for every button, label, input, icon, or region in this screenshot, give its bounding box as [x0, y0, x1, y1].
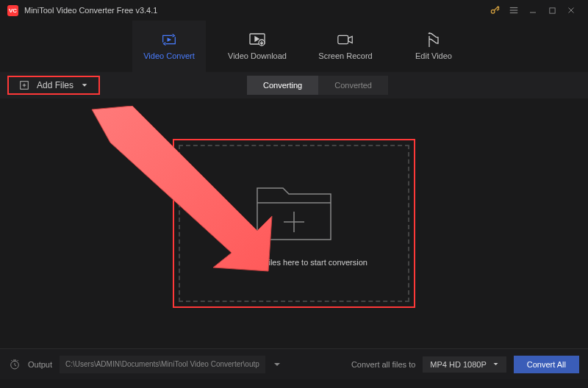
svg-marker-10 [255, 37, 259, 41]
convert-all-to-label: Convert all files to [351, 360, 415, 369]
annotation-add-files-highlight: Add Files [7, 76, 100, 95]
menu-icon[interactable] [504, 1, 523, 20]
tab-label: Screen Record [318, 51, 372, 60]
sub-tabs: Converting Converted [247, 76, 388, 95]
nav-tabs: Video Convert Video Download Screen Reco… [0, 21, 588, 72]
svg-marker-8 [168, 38, 171, 41]
maximize-button[interactable] [542, 1, 562, 20]
control-bar: Add Files Converting Converted [0, 72, 588, 98]
drop-zone-message: Add or Drag files here to start conversi… [220, 258, 368, 267]
format-select[interactable]: MP4 HD 1080P [423, 356, 506, 373]
add-files-label: Add Files [37, 80, 74, 90]
record-icon [337, 32, 354, 47]
footer-bar: Output Convert all files to MP4 HD 1080P… [0, 348, 588, 379]
app-logo: VC [7, 5, 18, 16]
edit-icon [425, 32, 442, 47]
tab-video-download[interactable]: Video Download [220, 21, 294, 72]
close-button[interactable] [562, 1, 581, 20]
output-label: Output [28, 360, 52, 369]
tab-label: Video Download [228, 51, 287, 60]
chevron-down-icon [492, 361, 499, 367]
svg-point-0 [491, 10, 495, 13]
tab-screen-record[interactable]: Screen Record [309, 21, 382, 72]
svg-marker-23 [493, 363, 498, 365]
add-file-icon [19, 80, 29, 90]
folder-plus-icon [254, 181, 334, 243]
svg-rect-12 [338, 35, 348, 43]
svg-marker-22 [274, 363, 280, 366]
convert-all-button[interactable]: Convert All [514, 356, 579, 373]
svg-marker-16 [82, 84, 87, 86]
subtab-converting[interactable]: Converting [247, 76, 318, 95]
title-bar: VC MiniTool Video Converter Free v3.4.1 [0, 0, 588, 21]
output-path-field[interactable] [60, 356, 265, 373]
convert-icon [160, 32, 178, 47]
clock-icon[interactable] [9, 359, 21, 370]
add-files-button[interactable]: Add Files [10, 77, 97, 93]
format-value: MP4 HD 1080P [430, 360, 486, 369]
subtab-converted[interactable]: Converted [318, 76, 388, 95]
download-icon [248, 32, 266, 47]
drop-zone[interactable]: Add or Drag files here to start conversi… [173, 139, 415, 308]
tab-video-convert[interactable]: Video Convert [132, 21, 206, 72]
svg-rect-5 [549, 7, 554, 12]
key-icon[interactable] [485, 1, 504, 20]
tab-label: Edit Video [415, 51, 452, 60]
app-title: MiniTool Video Converter Free v3.4.1 [24, 6, 485, 15]
chevron-down-icon [81, 82, 88, 89]
chevron-down-icon[interactable] [273, 360, 282, 369]
tab-edit-video[interactable]: Edit Video [397, 21, 470, 72]
tab-label: Video Convert [143, 51, 195, 60]
minimize-button[interactable] [523, 1, 542, 20]
main-area: Add or Drag files here to start conversi… [0, 98, 588, 348]
